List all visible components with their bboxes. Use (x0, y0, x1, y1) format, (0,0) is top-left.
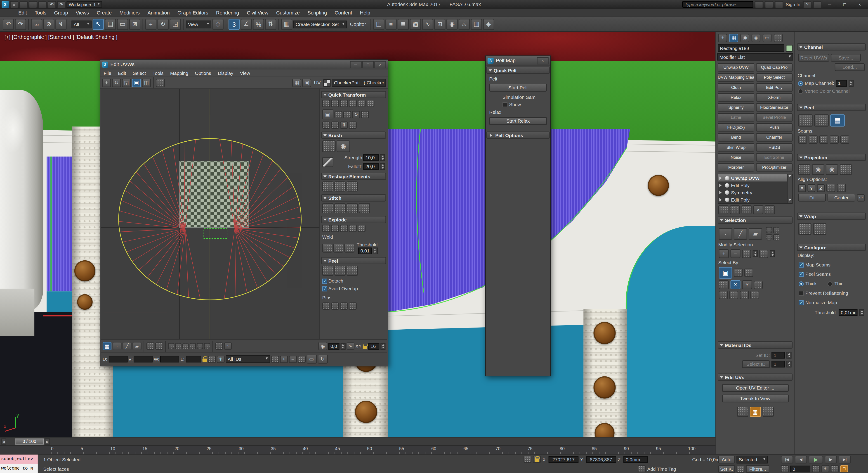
render-setup-button[interactable]: ♨ (459, 19, 470, 30)
select-by-smoothing-icon[interactable] (719, 280, 729, 289)
transform-center-icon[interactable]: ◉ (318, 342, 327, 350)
reshape-straighten-icon[interactable] (335, 181, 346, 191)
minimize-button[interactable]: ─ (350, 61, 362, 68)
box-map-icon[interactable] (840, 164, 852, 175)
uv-editor-active-icon[interactable]: ▦ (749, 407, 761, 417)
uv-scale-icon[interactable]: ◲ (122, 79, 131, 87)
minimize-window-button[interactable]: ─ (823, 0, 836, 8)
modifier-stack-row[interactable]: Unwrap UVW (718, 174, 787, 181)
maximize-button[interactable]: □ (362, 61, 374, 68)
uv-channel-icon[interactable] (737, 407, 748, 417)
edit-uvws-window[interactable]: 3 Edit UVWs ─ □ × FileEditSelectToolsMap… (100, 59, 388, 366)
app-logo-icon[interactable]: 3 (2, 1, 9, 8)
maximize-window-button[interactable]: □ (838, 0, 851, 8)
viewport-label[interactable]: [+] [Orthographic ] [Standard ] [Default… (4, 34, 118, 40)
sign-in-button[interactable]: Sign In (784, 2, 802, 7)
modifier-button[interactable]: Unwrap UVW (718, 63, 754, 72)
avoid-overlap-checkbox[interactable] (322, 286, 327, 291)
select-id-field[interactable]: 1 (772, 361, 785, 367)
unpin-all-icon[interactable] (349, 302, 356, 310)
spinner[interactable] (340, 343, 345, 349)
sel-option-icon[interactable] (773, 227, 779, 233)
map-channel-radio[interactable] (798, 81, 803, 86)
favorites-icon[interactable] (775, 1, 783, 8)
pelt-map-titlebar[interactable]: 3 Pelt Map × (486, 56, 550, 66)
expand-arrow-icon[interactable] (719, 183, 723, 187)
select-id-button[interactable]: Select ID (742, 360, 770, 368)
modifier-stack-row[interactable]: Symmetry (718, 189, 787, 196)
qt-align-h-icon[interactable] (322, 100, 330, 107)
modifier-button[interactable]: Poly Select (756, 73, 793, 82)
named-selection-sets-button[interactable]: ▦ (281, 19, 292, 30)
stitch-source-icon[interactable] (335, 203, 346, 213)
menu-item[interactable]: Edit (115, 70, 129, 76)
auto-key-button[interactable]: Auto (718, 455, 735, 463)
sel-option-icon[interactable] (773, 234, 779, 240)
vertex-color-radio[interactable] (798, 88, 803, 93)
angle-snap-button[interactable]: ∠ (241, 19, 252, 30)
paint-move-brush-icon[interactable] (322, 141, 336, 152)
key-step-toggle-icon[interactable] (781, 465, 789, 472)
workspace-dropdown[interactable]: Workspace_1 (66, 1, 102, 8)
select-by-element-icon[interactable]: ▣ (719, 267, 732, 279)
weld-all-icon[interactable] (344, 244, 354, 253)
paint-weights-icon[interactable] (208, 356, 215, 363)
reshape-relax-icon[interactable] (322, 181, 333, 191)
sel-extra-icon[interactable] (719, 291, 727, 299)
prev-frame-arrow-icon[interactable]: ◀ (1, 438, 6, 444)
menu-item[interactable]: View (237, 70, 253, 76)
rollout-wrap[interactable]: Wrap (797, 213, 866, 220)
select-x-axis-button[interactable]: X (731, 280, 741, 289)
align-x-button[interactable]: X (798, 184, 806, 191)
menu-item[interactable]: File (100, 70, 115, 76)
w-field[interactable] (160, 356, 179, 362)
modifier-button[interactable]: Edit Poly (756, 83, 793, 92)
rollout-stitch[interactable]: Stitch (321, 194, 386, 202)
time-slider[interactable]: ◀ 0 / 100 ▶ (0, 438, 715, 445)
qt-space-v-icon[interactable] (358, 100, 366, 107)
fit-button[interactable]: Fit (798, 194, 826, 201)
visibility-bulb-icon[interactable] (725, 176, 730, 180)
zoom-view-icon[interactable]: + (822, 465, 829, 472)
spinner[interactable] (380, 154, 385, 161)
pin-stack-icon[interactable] (718, 205, 728, 214)
modifier-button[interactable]: Lathe (718, 113, 754, 122)
ignore-backfacing-icon[interactable] (197, 343, 203, 349)
edge-sub-icon[interactable]: ╱ (123, 342, 131, 350)
expand-arrow-icon[interactable] (719, 176, 723, 180)
search-icon[interactable] (754, 1, 763, 8)
falloff-field[interactable]: 20,0 (363, 163, 379, 170)
grow-uv-icon[interactable] (168, 343, 174, 349)
menu-item[interactable]: Tools (31, 10, 50, 16)
spinner-snap-button[interactable]: ⇅ (265, 19, 276, 30)
weld-target-icon[interactable] (333, 244, 343, 253)
selection-filter-dropdown[interactable]: All (72, 20, 92, 28)
save-uvs-button[interactable]: Save... (831, 54, 861, 62)
track-bar[interactable]: 0510152025303540455055606570758085909510… (0, 445, 715, 454)
falloff-space-icon[interactable]: ∿ (346, 343, 354, 350)
snap-toggle-button[interactable]: 3 (228, 19, 240, 30)
render-production-button[interactable]: ◈ (483, 19, 494, 30)
go-to-start-button[interactable]: |◀ (781, 455, 793, 463)
explode-smoothing-icon[interactable] (358, 225, 366, 232)
vertex-mode-icon[interactable]: ∙ (719, 228, 732, 240)
uv-mirror-icon[interactable]: ◫ (142, 79, 151, 87)
zoom-extents-icon[interactable]: ▭ (307, 355, 316, 363)
sel-option-icon[interactable] (766, 234, 772, 240)
key-filters-button[interactable]: Filters... (746, 465, 769, 473)
align-z-button[interactable]: Z (817, 184, 825, 191)
ring-uv-icon[interactable] (190, 343, 196, 349)
pelt-mode-icon[interactable]: ▦ (830, 114, 845, 126)
show-map-icon[interactable]: ▣ (303, 79, 311, 87)
modifier-button[interactable]: Morpher (718, 163, 754, 172)
edge-mode-icon[interactable]: ╱ (734, 228, 747, 240)
menu-item[interactable]: Customize (272, 10, 304, 16)
qt-space-h-icon[interactable] (349, 100, 356, 107)
zoom-region-icon[interactable] (298, 356, 305, 363)
menu-item[interactable]: Rendering (212, 10, 243, 16)
cylindrical-map-icon[interactable]: ◉ (812, 164, 824, 175)
menu-item[interactable]: Group (50, 10, 72, 16)
pan-orbit-icon[interactable]: ↻ (318, 355, 328, 363)
qt-rotate-left-icon[interactable] (335, 111, 342, 118)
close-window-button[interactable]: × (853, 0, 866, 8)
